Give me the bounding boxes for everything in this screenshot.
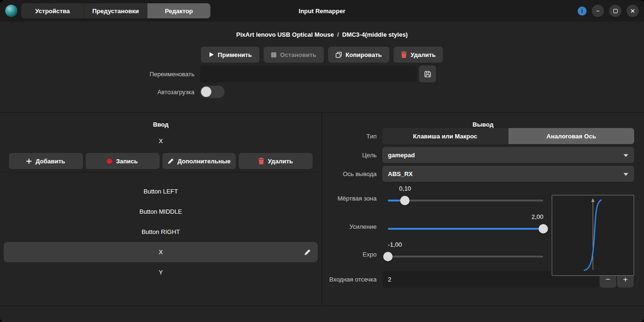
preset-actions: Применить Остановить Копировать Удалить <box>0 47 644 63</box>
output-panel-title: Вывод <box>322 113 644 128</box>
list-item-label: Button RIGHT <box>142 228 180 235</box>
autoload-row: Автозагрузка <box>0 86 644 98</box>
type-option-analog-axis[interactable]: Аналоговая Ось <box>508 128 634 144</box>
selected-input-name: X <box>0 137 322 145</box>
transform-curve-graph <box>552 195 634 276</box>
rename-input[interactable] <box>200 65 417 82</box>
copy-button[interactable]: Копировать <box>328 47 389 63</box>
tab-devices[interactable]: Устройства <box>21 3 84 18</box>
record-button[interactable]: Запись <box>86 153 160 169</box>
delete-preset-button[interactable]: Удалить <box>394 47 443 63</box>
gain-slider-handle[interactable] <box>539 224 548 233</box>
close-icon: ✕ <box>630 8 636 15</box>
main-area: Ввод X Добавить Запись Дополнительные Уд <box>0 112 644 306</box>
rename-label: Переименовать <box>0 71 200 78</box>
close-button[interactable]: ✕ <box>627 5 639 17</box>
trash-icon <box>258 158 264 164</box>
copy-label: Копировать <box>346 51 382 58</box>
tab-editor[interactable]: Редактор <box>147 3 210 18</box>
maximize-button[interactable] <box>609 5 621 17</box>
output-axis-row: Ось вывода ABS_RX <box>322 166 644 182</box>
preset-header: PixArt lenovo USB Optical Mouse/DMC3-4(m… <box>0 22 644 112</box>
graph-axis-arrow <box>591 198 595 202</box>
deadzone-slider-handle[interactable] <box>400 196 410 205</box>
type-row: Тип Клавиша или Макрос Аналоговая Ось <box>322 128 644 144</box>
list-item[interactable]: Button RIGHT <box>0 222 322 242</box>
plus-icon <box>26 159 32 164</box>
slider-fill <box>388 228 543 230</box>
output-type-switcher: Клавиша или Макрос Аналоговая Ось <box>382 128 634 144</box>
edit-input-button[interactable] <box>304 249 311 256</box>
minimize-button[interactable]: − <box>592 5 604 17</box>
view-switcher: Устройства Предустановки Редактор <box>21 3 210 18</box>
list-item-label: Button MIDDLE <box>139 208 182 215</box>
target-dropdown[interactable]: gamepad <box>382 147 634 163</box>
delete-input-label: Удалить <box>268 158 293 165</box>
input-list: Button LEFT Button MIDDLE Button RIGHT X… <box>0 172 322 282</box>
tab-presets[interactable]: Предустановки <box>84 3 147 18</box>
device-preset-heading: PixArt lenovo USB Optical Mouse/DMC3-4(m… <box>0 22 644 38</box>
toggle-knob <box>201 87 211 97</box>
add-input-label: Добавить <box>35 158 65 165</box>
minimize-icon: − <box>596 8 600 15</box>
trash-icon <box>401 51 407 58</box>
advanced-button[interactable]: Дополнительные <box>162 153 236 169</box>
window-controls: i − ✕ <box>578 5 639 17</box>
record-icon <box>107 159 112 164</box>
type-label: Тип <box>322 133 377 140</box>
list-item[interactable]: Button LEFT <box>0 181 322 201</box>
device-name: PixArt lenovo USB Optical Mouse <box>236 31 334 38</box>
output-panel: Вывод Тип Клавиша или Макрос Аналоговая … <box>322 113 644 306</box>
slider-track <box>388 256 543 258</box>
deadzone-label: Мёртвая зона <box>322 195 377 206</box>
autoload-label: Автозагрузка <box>0 89 200 96</box>
gain-slider-track[interactable] <box>388 223 543 234</box>
stop-button[interactable]: Остановить <box>264 47 324 63</box>
record-label: Запись <box>116 158 137 165</box>
rename-row: Переименовать <box>0 65 644 82</box>
deadzone-slider-track[interactable] <box>388 195 543 206</box>
input-actions: Добавить Запись Дополнительные Удалить <box>0 153 322 172</box>
list-item[interactable]: Y <box>0 262 322 282</box>
list-item[interactable]: Button MIDDLE <box>0 201 322 222</box>
list-item-selected[interactable]: X <box>4 242 318 262</box>
expo-value: -1,00 <box>388 241 402 249</box>
output-axis-label: Ось вывода <box>322 170 377 177</box>
apply-button[interactable]: Применить <box>201 47 259 63</box>
info-icon[interactable]: i <box>578 7 587 16</box>
expo-slider: -1,00 <box>382 241 543 262</box>
preset-name: DMC3-4(middle styles) <box>342 31 408 38</box>
output-axis-dropdown[interactable]: ABS_RX <box>382 166 634 182</box>
titlebar: Устройства Предустановки Редактор Input … <box>0 0 644 22</box>
delete-preset-label: Удалить <box>411 51 435 58</box>
input-cutoff-label: Входная отсечка <box>322 276 377 283</box>
apply-label: Применить <box>218 51 252 58</box>
expo-slider-handle[interactable] <box>383 252 393 261</box>
gain-slider: 2,00 <box>382 213 543 234</box>
target-label: Цель <box>322 152 377 159</box>
target-row: Цель gamepad <box>322 147 644 163</box>
play-icon <box>209 52 214 57</box>
delete-input-button[interactable]: Удалить <box>239 153 313 169</box>
deadzone-slider: 0,10 <box>382 185 543 206</box>
input-cutoff-value: 2 <box>388 276 391 283</box>
list-item-label: Button LEFT <box>144 188 178 195</box>
stop-label: Остановить <box>280 51 316 58</box>
pencil-icon <box>168 158 174 164</box>
add-input-button[interactable]: Добавить <box>9 153 83 169</box>
breadcrumb-separator: / <box>337 31 339 38</box>
chevron-down-icon <box>623 152 628 159</box>
list-item-label: Y <box>159 269 163 276</box>
save-button[interactable] <box>419 65 436 82</box>
copy-icon <box>336 52 342 58</box>
maximize-icon <box>613 9 618 13</box>
expo-label: Expo <box>322 251 377 262</box>
advanced-label: Дополнительные <box>177 158 231 165</box>
autoload-toggle[interactable] <box>200 86 225 98</box>
deadzone-value: 0,10 <box>399 185 411 193</box>
slider-track <box>388 200 543 201</box>
expo-slider-track[interactable] <box>388 251 543 262</box>
type-option-key-macro[interactable]: Клавиша или Макрос <box>382 128 508 144</box>
gain-label: Усиление <box>322 223 377 234</box>
app-icon <box>5 5 17 17</box>
